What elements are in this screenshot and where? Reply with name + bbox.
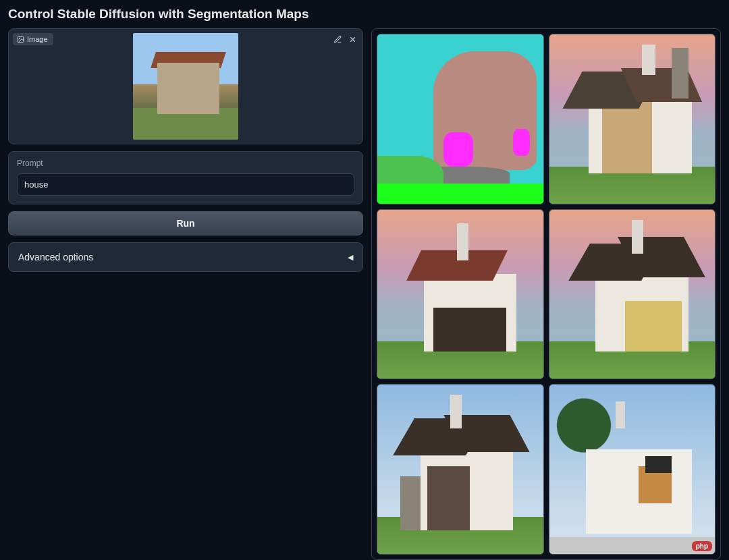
image-icon <box>17 36 24 43</box>
svg-point-1 <box>19 38 20 38</box>
output-column: php <box>371 28 721 560</box>
watermark-badge: php <box>692 541 712 551</box>
input-image-preview[interactable] <box>133 33 238 140</box>
prompt-panel: Prompt <box>8 151 363 204</box>
image-upload-panel[interactable]: Image <box>8 28 363 144</box>
output-gallery: php <box>371 28 721 560</box>
image-chip: Image <box>13 33 53 45</box>
advanced-options-label: Advanced options <box>18 252 93 262</box>
controls-column: Image Prompt Run Advanced options ◀ <box>8 28 363 560</box>
gallery-tile-segmentation[interactable] <box>377 34 544 204</box>
advanced-options-toggle[interactable]: Advanced options ◀ <box>8 242 363 272</box>
gallery-tile[interactable] <box>549 209 716 380</box>
caret-left-icon: ◀ <box>348 253 353 262</box>
prompt-label: Prompt <box>17 159 354 168</box>
gallery-tile[interactable] <box>377 209 544 380</box>
prompt-input[interactable] <box>17 173 354 196</box>
run-button[interactable]: Run <box>8 211 363 235</box>
close-icon[interactable] <box>346 33 358 45</box>
gallery-tile[interactable] <box>377 384 544 555</box>
gallery-tile[interactable]: php <box>549 384 716 555</box>
edit-icon[interactable] <box>331 33 344 45</box>
page-title: Control Stable Diffusion with Segmentati… <box>8 7 721 22</box>
gallery-tile[interactable] <box>549 34 716 204</box>
image-chip-label: Image <box>27 35 48 43</box>
